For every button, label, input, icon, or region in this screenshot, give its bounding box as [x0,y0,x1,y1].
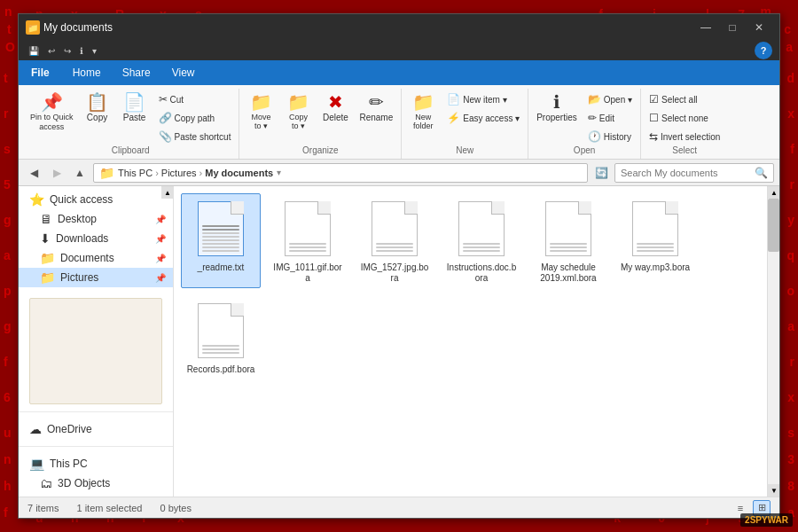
scroll-up-arrow[interactable]: ▲ [768,186,779,199]
line [376,243,413,245]
paste-button[interactable]: 📄 Paste [117,90,153,125]
sidebar-item-downloads[interactable]: ⬇ Downloads 📌 [19,229,173,248]
easy-access-label: Easy access ▾ [463,113,520,123]
doc-line-5 [202,239,239,241]
3d-objects-icon: 🗂 [40,476,52,490]
invert-selection-button[interactable]: ⇆ Invert selection [645,128,724,145]
path-sep-1: › [155,168,159,178]
sidebar-item-3d-objects[interactable]: 🗂 3D Objects [19,473,173,493]
copy-to-label: Copyto ▾ [289,113,308,130]
line [550,250,587,252]
file-item-img1011[interactable]: IMG_1011.gif.bora [268,193,348,288]
properties-button[interactable]: ℹ Properties [532,90,582,125]
file-item-img1527[interactable]: IMG_1527.jpg.bora [355,193,434,288]
qt-props-btn[interactable]: ℹ [77,45,86,57]
sidebar-item-quick-access[interactable]: ⭐ Quick access [19,190,173,209]
history-button[interactable]: 🕐 History [583,128,637,145]
copy-to-button[interactable]: 📁 Copyto ▾ [280,90,316,133]
help-button[interactable]: ? [755,42,772,59]
select-all-button[interactable]: ☑ Select all [645,90,724,108]
delete-button[interactable]: ✖ Delete [317,90,353,125]
search-input[interactable] [621,168,755,178]
rename-button[interactable]: ✏ Rename [355,90,397,125]
maximize-button[interactable]: □ [719,19,746,36]
copy-button[interactable]: 📋 Copy [80,90,115,125]
new-item-label: New item ▾ [463,95,506,105]
sidebar-item-pictures[interactable]: 📁 Pictures 📌 [19,268,173,287]
sidebar-item-onedrive[interactable]: ☁ OneDrive [19,419,173,439]
qt-save-btn[interactable]: 💾 [26,45,42,57]
history-label: History [604,132,631,142]
documents-label: Documents [60,252,114,264]
vertical-scrollbar[interactable]: ▲ ▼ [767,186,779,497]
desktop-icon: 🖥 [40,212,52,226]
files-grid: _readme.txt IMG_1011.gif.bora [174,186,767,497]
watermark: 2SPYWAR [740,513,793,527]
file-item-my-way[interactable]: My way.mp3.bora [615,193,695,288]
doc-line-2 [202,229,239,231]
qt-redo-btn[interactable]: ↪ [61,45,74,57]
paste-shortcut-button[interactable]: 📎 Paste shortcut [154,128,236,145]
selection-info: 1 item selected [76,503,142,513]
line [202,352,239,354]
new-item-button[interactable]: 📄 New item ▾ [442,90,524,108]
window-title: My documents [43,21,113,34]
menu-home[interactable]: Home [62,60,112,85]
sidebar-item-documents[interactable]: 📁 Documents 📌 [19,248,173,268]
menu-bar: File Home Share View [19,60,779,85]
new-folder-label: Newfolder [413,113,434,130]
copy-path-button[interactable]: 🔗 Copy path [154,109,236,127]
rename-icon: ✏ [369,93,384,111]
line [550,243,587,245]
qt-undo-btn[interactable]: ↩ [45,45,58,57]
file-item-records[interactable]: Records.pdf.bora [181,295,261,379]
may-schedule-lines [550,231,587,252]
size-info: 0 bytes [160,503,191,513]
scroll-thumb[interactable] [768,199,779,252]
select-none-button[interactable]: ☐ Select none [645,109,724,127]
this-pc-icon: 💻 [29,457,44,471]
scroll-down-arrow[interactable]: ▼ [768,484,779,497]
line [463,250,500,252]
path-sep-2: › [200,168,203,178]
qt-dropdown-btn[interactable]: ▾ [90,45,99,57]
minimize-button[interactable]: — [692,19,719,36]
cut-icon: ✂ [159,93,168,106]
invert-icon: ⇆ [649,130,658,143]
up-button[interactable]: ▲ [70,163,90,183]
file-item-readme[interactable]: _readme.txt [181,193,261,288]
back-button[interactable]: ◀ [24,163,43,183]
downloads-label: Downloads [56,232,108,245]
records-icon-wrapper [194,300,247,362]
menu-view[interactable]: View [161,60,206,85]
new-folder-icon: 📁 [412,93,434,111]
organize-group-label: Organize [302,145,339,157]
readme-file-name: _readme.txt [198,262,245,273]
move-icon: 📁 [250,93,272,111]
clipboard-group-label: Clipboard [112,145,150,157]
select-small-buttons: ☑ Select all ☐ Select none ⇆ Invert sele… [645,90,724,145]
pin-to-quick-button[interactable]: 📌 Pin to Quickaccess [26,90,78,135]
edit-button[interactable]: ✏ Edit [583,109,637,127]
doc-line-8 [202,250,239,252]
sidebar-item-desktop[interactable]: 🖥 Desktop 📌 [19,209,173,229]
scroll-up-btn[interactable]: ▲ [161,186,174,199]
open-button[interactable]: 📂 Open ▾ [583,90,637,108]
scroll-track[interactable] [768,199,779,484]
move-to-button[interactable]: 📁 Moveto ▾ [243,90,278,133]
file-item-may-schedule[interactable]: May schedule 2019.xml.bora [528,193,608,288]
new-folder-button[interactable]: 📁 Newfolder [405,90,441,133]
desktop-label: Desktop [58,213,97,225]
sidebar-item-this-pc[interactable]: 💻 This PC [19,454,173,473]
close-button[interactable]: ✕ [746,19,772,36]
address-path[interactable]: 📁 This PC › Pictures › My documents ▾ [93,163,588,183]
menu-share[interactable]: Share [112,60,161,85]
my-way-file-name: My way.mp3.bora [621,262,690,273]
path-this-pc: This PC [118,168,153,178]
file-item-instructions[interactable]: Instructions.doc.bora [442,193,521,288]
menu-file[interactable]: File [19,60,62,85]
forward-button[interactable]: ▶ [47,163,66,183]
easy-access-button[interactable]: ⚡ Easy access ▾ [442,109,524,127]
refresh-button[interactable]: 🔄 [591,163,611,183]
cut-button[interactable]: ✂ Cut [154,90,236,108]
